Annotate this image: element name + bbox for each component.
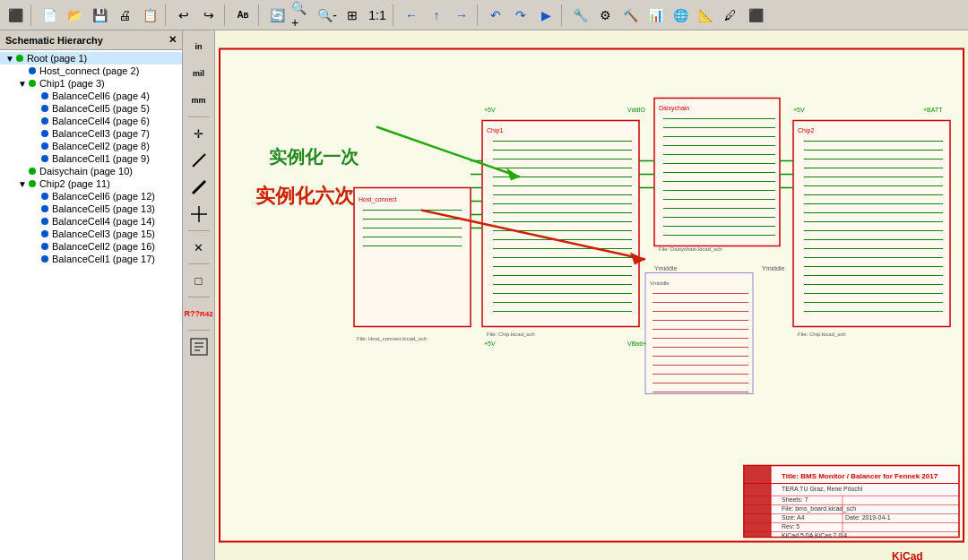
bus-button[interactable] (186, 175, 212, 200)
nav-forward-button[interactable]: ↷ (509, 4, 532, 27)
tree-label-bc5_5: BalanceCell5 (page 5) (52, 103, 150, 114)
wire-button[interactable] (186, 148, 212, 173)
junction-button[interactable] (186, 202, 212, 227)
undo-button[interactable]: ↩ (172, 4, 195, 27)
svg-text:Chip2: Chip2 (798, 127, 814, 134)
tree-item-host_connect[interactable]: Host_connect (page 2) (0, 65, 182, 77)
tree-dot-chip2 (29, 180, 36, 187)
rtool-sep5 (188, 330, 210, 331)
tree-item-daisy[interactable]: Daisychain (page 10) (0, 165, 182, 177)
zoom-in-button[interactable]: 🔍+ (290, 4, 314, 27)
sidebar-close-button[interactable]: ✕ (169, 35, 177, 45)
tree-dot-root (16, 55, 23, 62)
svg-text:Chip1: Chip1 (487, 127, 503, 134)
zoom-out-button[interactable]: 🔍- (315, 4, 339, 27)
new-button[interactable]: 📄 (38, 4, 61, 27)
tree-item-bc5_5[interactable]: BalanceCell5 (page 5) (0, 102, 182, 115)
tree-label-chip1: Chip1 (page 3) (39, 78, 105, 89)
extra-button[interactable] (186, 334, 212, 359)
tree-item-bc6_4[interactable]: BalanceCell6 (page 4) (0, 90, 182, 102)
schematic-diagram: Title: BMS Monitor / Balancer for Fennek… (215, 30, 968, 560)
find-replace-button[interactable]: AB (231, 4, 255, 27)
tool5-button[interactable]: 🌐 (669, 4, 692, 27)
run-button[interactable]: ▶ (534, 4, 557, 27)
svg-text:Host_connect: Host_connect (359, 196, 397, 203)
tree-dot-daisy (29, 168, 36, 175)
zoom-actual-button[interactable]: 1:1 (366, 4, 389, 27)
tool2-button[interactable]: ⚙ (593, 4, 617, 27)
sidebar-header: Schematic Hierarchy ✕ (0, 30, 182, 50)
tree-label-bc2_8: BalanceCell2 (page 8) (52, 141, 150, 151)
refresh-button[interactable]: 🔄 (265, 4, 289, 27)
ref-button[interactable]: R??R42 (186, 301, 212, 326)
tree-item-bc3_7[interactable]: BalanceCell3 (page 7) (0, 127, 182, 140)
tree-label-bc3_15: BalanceCell3 (page 15) (52, 228, 155, 239)
sep2 (165, 4, 169, 26)
tool1-button[interactable]: 🔧 (568, 4, 592, 27)
nav-up-button[interactable]: ↑ (425, 4, 448, 27)
tree-label-bc3_7: BalanceCell3 (page 7) (52, 128, 150, 139)
tree-dot-bc4_6 (41, 117, 48, 125)
svg-rect-98 (645, 273, 753, 394)
print-button[interactable]: 🖨 (113, 4, 136, 27)
svg-text:Vmiddle: Vmiddle (650, 280, 670, 286)
svg-line-0 (193, 154, 205, 167)
svg-text:Date: 2019-04-1: Date: 2019-04-1 (845, 514, 891, 521)
unit-in-button[interactable]: in (186, 34, 212, 59)
save-button[interactable]: 💾 (88, 4, 111, 27)
tool8-button[interactable]: ⬛ (744, 4, 767, 27)
copy-button[interactable]: 📋 (138, 4, 161, 27)
tree-label-bc1_17: BalanceCell1 (page 17) (52, 254, 155, 264)
add-pin-button[interactable]: ✛ (186, 121, 212, 146)
tree-item-bc2_8[interactable]: BalanceCell2 (page 8) (0, 140, 182, 152)
tree-label-bc5_13: BalanceCell5 (page 13) (52, 203, 155, 214)
schematic-canvas[interactable]: Title: BMS Monitor / Balancer for Fennek… (215, 30, 968, 560)
tree-item-bc4_6[interactable]: BalanceCell4 (page 6) (0, 115, 182, 127)
sep4 (258, 4, 262, 26)
nav-right-button[interactable]: → (450, 4, 473, 27)
sep6 (477, 4, 480, 26)
tree-label-bc4_14: BalanceCell4 (page 14) (52, 216, 155, 227)
sidebar-title: Schematic Hierarchy (5, 35, 103, 46)
tree-item-bc5_13[interactable]: BalanceCell5 (page 13) (0, 202, 182, 215)
svg-text:+5V: +5V (793, 107, 805, 113)
nav-back-button[interactable]: ↶ (484, 4, 507, 27)
tree-dot-bc1_17 (41, 255, 48, 263)
sep7 (561, 4, 565, 26)
tree-dot-bc2_8 (41, 142, 48, 150)
component-button[interactable]: □ (186, 268, 212, 293)
tool3-button[interactable]: 🔨 (618, 4, 642, 27)
no-connect-button[interactable]: ✕ (186, 235, 212, 260)
tree-label-bc4_6: BalanceCell4 (page 6) (52, 116, 150, 126)
redo-button[interactable]: ↪ (197, 4, 220, 27)
tree-item-bc2_16[interactable]: BalanceCell2 (page 16) (0, 240, 182, 253)
unit-mil-button[interactable]: mil (186, 61, 212, 86)
tree-item-bc1_17[interactable]: BalanceCell1 (page 17) (0, 253, 182, 265)
app-icon-btn[interactable]: ⬛ (4, 4, 27, 27)
tree-item-chip2[interactable]: ▼Chip2 (page 11) (0, 177, 182, 190)
tree-dot-bc3_15 (41, 230, 48, 237)
tree-arrow-chip1: ▼ (18, 79, 27, 89)
svg-text:Title: BMS Monitor / Balancer : Title: BMS Monitor / Balancer for Fennek… (782, 472, 938, 480)
tree-item-chip1[interactable]: ▼Chip1 (page 3) (0, 77, 182, 90)
junction-icon (191, 206, 207, 222)
nav-left-button[interactable]: ← (400, 4, 423, 27)
open-button[interactable]: 📂 (63, 4, 86, 27)
rtool-sep4 (188, 297, 210, 297)
tool7-button[interactable]: 🖊 (719, 4, 742, 27)
svg-text:Rev: 5: Rev: 5 (782, 523, 799, 530)
tree-item-bc3_15[interactable]: BalanceCell3 (page 15) (0, 228, 182, 240)
tree-item-bc6_12[interactable]: BalanceCell6 (page 12) (0, 190, 182, 202)
svg-line-1 (193, 181, 205, 194)
tree-label-chip2: Chip2 (page 11) (39, 178, 110, 189)
tree-item-root[interactable]: ▼Root (page 1) (0, 52, 182, 65)
tool4-button[interactable]: 📊 (644, 4, 667, 27)
tree-label-bc6_12: BalanceCell6 (page 12) (52, 191, 155, 202)
tree-label-bc1_9: BalanceCell1 (page 9) (52, 153, 150, 164)
unit-mm-button[interactable]: mm (186, 88, 212, 113)
tree-item-bc1_9[interactable]: BalanceCell1 (page 9) (0, 152, 182, 165)
zoom-fit-button[interactable]: ⊞ (341, 4, 364, 27)
tool6-button[interactable]: 📐 (694, 4, 717, 27)
tree-dot-bc3_7 (41, 130, 48, 137)
tree-item-bc4_14[interactable]: BalanceCell4 (page 14) (0, 215, 182, 228)
